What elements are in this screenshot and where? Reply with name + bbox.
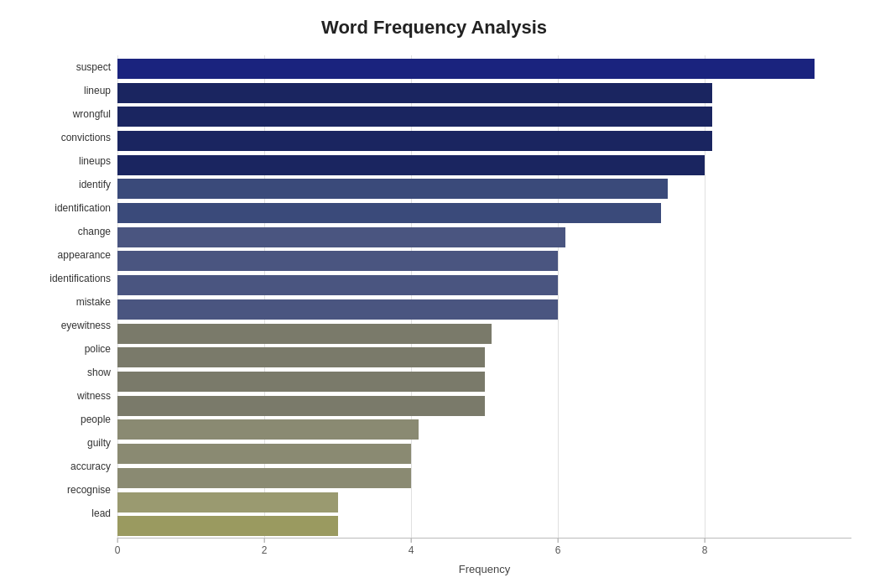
- bar-fill-people: [117, 419, 419, 440]
- bar-row: [117, 442, 851, 466]
- bar-label-change: change: [17, 220, 117, 243]
- bar-fill-convictions: [117, 131, 712, 151]
- bar-fill-mistake: [117, 299, 558, 320]
- bar-fill-lineup: [117, 83, 712, 103]
- bar-row: [117, 201, 851, 225]
- bars-area: 02468: [117, 55, 851, 561]
- x-tick-4: 4: [409, 538, 414, 556]
- bar-row: [117, 466, 851, 490]
- bar-row: [117, 57, 851, 81]
- bar-label-guilty: guilty: [17, 431, 117, 455]
- bar-label-accuracy: accuracy: [17, 455, 117, 478]
- bar-row: [117, 129, 851, 153]
- bar-row: [117, 514, 851, 538]
- bar-row: [117, 346, 851, 369]
- bar-fill-witness: [117, 396, 485, 416]
- bar-label-lineups: lineups: [17, 149, 117, 173]
- bar-row: [117, 250, 851, 273]
- bar-label-appearance: appearance: [17, 243, 117, 267]
- bar-row: [117, 226, 851, 249]
- bar-label-police: police: [17, 337, 117, 361]
- bar-fill-recognise: [117, 492, 338, 513]
- x-tick-2: 2: [262, 538, 268, 556]
- bar-fill-lead: [117, 516, 338, 536]
- bar-row: [117, 178, 851, 201]
- bar-row: [117, 491, 851, 514]
- bar-fill-lineups: [117, 155, 705, 175]
- bar-fill-guilty: [117, 444, 411, 464]
- bar-row: [117, 105, 851, 128]
- bar-fill-change: [117, 227, 565, 247]
- bar-row: [117, 154, 851, 177]
- bar-row: [117, 370, 851, 393]
- y-axis-labels: suspectlineupwrongfulconvictionslineupsi…: [17, 55, 117, 561]
- x-axis-label: Frequency: [17, 563, 851, 575]
- bar-label-eyewitness: eyewitness: [17, 314, 117, 337]
- bar-fill-identifications: [117, 275, 558, 295]
- bar-label-identifications: identifications: [17, 267, 117, 290]
- bar-label-mistake: mistake: [17, 290, 117, 314]
- bar-label-show: show: [17, 361, 117, 384]
- bar-fill-identify: [117, 179, 668, 199]
- chart-title: Word Frequency Analysis: [17, 17, 851, 39]
- bar-label-lineup: lineup: [17, 79, 117, 102]
- bar-fill-appearance: [117, 251, 558, 271]
- bar-label-recognise: recognise: [17, 478, 117, 502]
- bar-label-wrongful: wrongful: [17, 102, 117, 126]
- bar-row: [117, 81, 851, 105]
- bar-fill-wrongful: [117, 107, 712, 127]
- bar-fill-suspect: [117, 59, 815, 79]
- bar-label-witness: witness: [17, 384, 117, 408]
- bar-fill-identification: [117, 203, 661, 223]
- chart-container: Word Frequency Analysis suspectlineupwro…: [0, 0, 885, 588]
- bar-row: [117, 273, 851, 297]
- bar-row: [117, 394, 851, 418]
- bar-fill-accuracy: [117, 468, 411, 488]
- x-tick-0: 0: [115, 538, 121, 556]
- bar-fill-eyewitness: [117, 324, 492, 344]
- bar-label-suspect: suspect: [17, 55, 117, 79]
- bar-row: [117, 419, 851, 442]
- bar-fill-police: [117, 347, 485, 367]
- bar-label-identify: identify: [17, 173, 117, 196]
- bar-row: [117, 298, 851, 321]
- bar-label-identification: identification: [17, 196, 117, 220]
- x-tick-8: 8: [702, 538, 708, 556]
- bar-fill-show: [117, 372, 485, 392]
- bar-row: [117, 322, 851, 346]
- bar-label-people: people: [17, 408, 117, 431]
- bar-label-lead: lead: [17, 502, 117, 525]
- bar-label-convictions: convictions: [17, 126, 117, 149]
- x-tick-6: 6: [555, 538, 561, 556]
